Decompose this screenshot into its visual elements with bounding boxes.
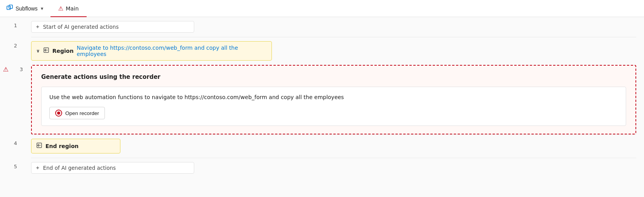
- row-content-1: ✦ Start of AI generated actions: [31, 21, 644, 33]
- row-5: 5 ✦ End of AI generated actions: [0, 158, 644, 178]
- recorder-title: Generate actions using the recorder: [41, 73, 626, 80]
- recorder-box: Generate actions using the recorder Use …: [31, 65, 636, 134]
- row-1: 1 ✦ Start of AI generated actions: [0, 17, 644, 37]
- row-content-2: ∨ Region Navigate to https://contoso.com…: [31, 41, 644, 61]
- end-ai-actions-item[interactable]: ✦ End of AI generated actions: [31, 162, 194, 174]
- row-3-warning-icon: ⚠: [0, 65, 12, 73]
- row-content-4: End region: [31, 139, 644, 153]
- svg-rect-1: [9, 5, 12, 9]
- region-label: Region: [52, 48, 74, 54]
- region-block[interactable]: ∨ Region Navigate to https://contoso.com…: [31, 41, 272, 61]
- recorder-description: Use the web automation functions to navi…: [49, 93, 618, 101]
- end-region-block[interactable]: End region: [31, 139, 120, 153]
- row-2: 2 ∨ Region Navigate to https://contoso.c…: [0, 37, 644, 65]
- end-ai-label: End of AI generated actions: [43, 165, 116, 171]
- row-4: 4 End region: [0, 135, 644, 158]
- start-ai-label: Start of AI generated actions: [43, 24, 119, 30]
- main-tab-label: Main: [66, 5, 78, 12]
- subflows-label: Subflows: [16, 5, 38, 12]
- subflows-button[interactable]: Subflows ▼: [0, 0, 50, 17]
- end-region-icon: [36, 142, 42, 150]
- chevron-collapse-icon[interactable]: ∨: [36, 48, 40, 54]
- region-link[interactable]: Navigate to https://contoso.com/web_form…: [77, 45, 267, 57]
- main-tab[interactable]: ⚠ Main: [50, 0, 87, 17]
- start-ai-actions-item[interactable]: ✦ Start of AI generated actions: [31, 21, 194, 33]
- row-number-4: 4: [0, 139, 31, 146]
- ai-sparkle-icon: ✦: [35, 24, 40, 30]
- subflows-icon: [6, 4, 13, 12]
- row-number-5: 5: [0, 162, 31, 169]
- ai-sparkle-icon-2: ✦: [35, 165, 40, 171]
- svg-rect-0: [7, 6, 10, 10]
- row-number-3: 3: [12, 65, 31, 72]
- recorder-record-icon: [55, 110, 62, 117]
- open-recorder-label: Open recorder: [65, 110, 99, 116]
- row-number-1: 1: [0, 21, 31, 28]
- open-recorder-button[interactable]: Open recorder: [49, 107, 105, 119]
- top-bar: Subflows ▼ ⚠ Main: [0, 0, 644, 17]
- row-content-5: ✦ End of AI generated actions: [31, 162, 644, 174]
- flow-canvas: 1 ✦ Start of AI generated actions 2 ∨: [0, 17, 644, 197]
- row-3-container: ⚠ 3 Generate actions using the recorder …: [0, 65, 644, 134]
- recorder-inner: Use the web automation functions to navi…: [41, 87, 626, 126]
- region-icon: [43, 47, 49, 55]
- tab-warning-icon: ⚠: [58, 5, 63, 12]
- chevron-down-icon: ▼: [40, 6, 44, 11]
- end-region-label: End region: [45, 143, 78, 149]
- row-number-2: 2: [0, 41, 31, 49]
